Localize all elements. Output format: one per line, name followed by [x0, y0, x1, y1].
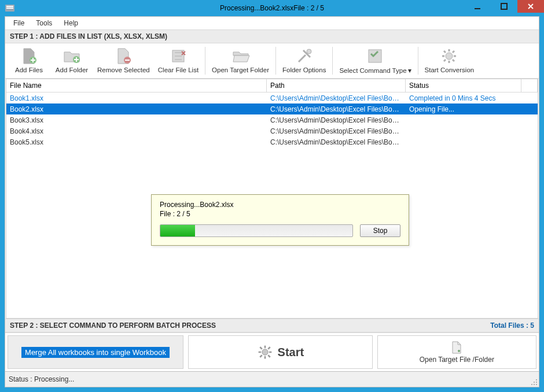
svg-rect-1	[6, 6, 13, 7]
open-target-file-folder-label: Open Target File /Folder	[420, 356, 494, 364]
table-row[interactable]: Book1.xlsxC:\Users\Admin\Desktop\Excel F…	[6, 93, 538, 103]
add-files-button[interactable]: Add Files	[8, 45, 50, 77]
file-name-cell: Book1.xlsx	[6, 94, 267, 103]
toolbar-separator	[332, 47, 333, 75]
svg-point-17	[534, 384, 535, 385]
step2-panel: Merge All workbooks into single Workbook…	[5, 332, 539, 371]
maximize-button[interactable]	[491, 0, 517, 13]
open-target-file-folder-button[interactable]: Open Target File /Folder	[377, 335, 536, 369]
file-name-cell: Book3.xlsx	[6, 116, 267, 125]
select-mode-button[interactable]: Merge All workbooks into single Workbook	[8, 335, 183, 369]
file-path-cell: C:\Users\Admin\Desktop\Excel Files\Book.…	[267, 105, 406, 114]
progress-dialog: Processing...Book2.xlsx File : 2 / 5 Sto…	[151, 194, 409, 246]
svg-point-9	[307, 49, 311, 54]
svg-rect-10	[369, 50, 381, 62]
file-list-header: File Name Path Status	[6, 79, 538, 93]
folder-options-button[interactable]: Folder Options	[278, 45, 330, 77]
command-type-icon	[366, 47, 384, 65]
tools-icon	[295, 47, 314, 65]
file-path-cell: C:\Users\Admin\Desktop\Excel Files\Book.…	[267, 138, 406, 147]
title-bar: Processing...Book2.xlsxFile : 2 / 5	[0, 0, 544, 16]
svg-point-13	[536, 379, 537, 380]
minimize-button[interactable]	[464, 0, 491, 13]
status-text: Status : Processing...	[9, 375, 74, 383]
remove-selected-button[interactable]: Remove Selected	[93, 45, 154, 77]
add-files-label: Add Files	[15, 66, 43, 73]
folder-options-label: Folder Options	[282, 66, 326, 73]
file-target-icon	[450, 341, 464, 354]
menu-file[interactable]: File	[8, 18, 30, 28]
stop-button[interactable]: Stop	[360, 224, 400, 237]
clear-list-label: Clear File List	[158, 66, 199, 73]
progress-bar	[160, 224, 353, 237]
table-row[interactable]: Book2.xlsxC:\Users\Admin\Desktop\Excel F…	[6, 103, 538, 114]
file-add-icon	[20, 47, 38, 65]
svg-point-16	[531, 384, 532, 385]
svg-point-14	[534, 382, 535, 383]
file-remove-icon	[114, 47, 133, 65]
select-command-type-button[interactable]: Select Command Type▾	[335, 45, 415, 77]
total-files-label: Total Files : 5	[490, 321, 534, 330]
file-status-cell	[406, 142, 521, 143]
step2-header: STEP 2 : SELECT COMMAND TO PERFORM BATCH…	[10, 321, 216, 330]
resize-gripper-icon[interactable]	[530, 378, 538, 386]
menu-bar: File Tools Help	[5, 17, 539, 29]
file-status-cell	[406, 131, 521, 132]
svg-rect-3	[475, 8, 480, 9]
close-button[interactable]	[517, 0, 544, 13]
clear-list-icon	[169, 47, 188, 65]
svg-point-12	[262, 349, 268, 356]
gear-icon	[440, 47, 458, 65]
gear-icon	[257, 344, 273, 360]
start-conversion-button[interactable]: Start Conversion	[421, 45, 479, 77]
svg-point-11	[446, 53, 453, 60]
progress-text: Processing...Book2.xlsx File : 2 / 5	[160, 201, 400, 219]
file-path-cell: C:\Users\Admin\Desktop\Excel Files\Book.…	[267, 116, 406, 125]
open-target-folder-button[interactable]: Open Target Folder	[208, 45, 273, 77]
remove-selected-label: Remove Selected	[97, 66, 150, 73]
window-controls	[464, 0, 544, 13]
toolbar-separator	[205, 47, 205, 75]
file-name-cell: Book5.xlsx	[6, 138, 267, 147]
start-label: Start	[278, 346, 304, 359]
chevron-down-icon: ▾	[408, 66, 411, 75]
folder-open-icon	[231, 47, 250, 65]
table-row[interactable]: Book4.xlsxC:\Users\Admin\Desktop\Excel F…	[6, 125, 538, 136]
open-target-folder-label: Open Target Folder	[212, 66, 269, 73]
file-status-cell: Completed in 0 Mins 4 Secs	[406, 94, 521, 103]
column-spacer	[521, 79, 538, 92]
start-conversion-label: Start Conversion	[425, 66, 475, 73]
app-icon	[5, 3, 15, 13]
file-name-cell: Book4.xlsx	[6, 127, 267, 136]
step1-header: STEP 1 : ADD FILES IN LIST (XLS, XLSX, X…	[5, 29, 539, 43]
folder-add-icon	[63, 47, 81, 65]
menu-tools[interactable]: Tools	[30, 18, 58, 28]
column-name-header[interactable]: File Name	[6, 79, 267, 92]
status-bar: Status : Processing...	[5, 371, 539, 387]
file-status-cell	[406, 120, 521, 121]
menu-help[interactable]: Help	[58, 18, 84, 28]
file-status-cell: Opening File...	[406, 105, 521, 114]
progress-line2: File : 2 / 5	[160, 210, 190, 218]
column-path-header[interactable]: Path	[267, 79, 406, 92]
start-button[interactable]: Start	[188, 335, 373, 369]
svg-rect-2	[6, 8, 13, 9]
svg-point-18	[536, 384, 537, 385]
client-area: File Tools Help STEP 1 : ADD FILES IN LI…	[5, 16, 539, 387]
toolbar-separator	[275, 47, 276, 75]
progress-bar-fill	[160, 225, 195, 236]
toolbar-separator	[418, 47, 418, 75]
step2-header-row: STEP 2 : SELECT COMMAND TO PERFORM BATCH…	[5, 319, 539, 332]
column-status-header[interactable]: Status	[406, 79, 521, 92]
file-path-cell: C:\Users\Admin\Desktop\Excel Files\Book.…	[267, 127, 406, 136]
toolbar: Add Files Add Folder Remove Selected Cle…	[5, 43, 539, 79]
clear-list-button[interactable]: Clear File List	[154, 45, 203, 77]
table-row[interactable]: Book5.xlsxC:\Users\Admin\Desktop\Excel F…	[6, 136, 538, 147]
select-command-type-label: Select Command Type▾	[339, 66, 411, 75]
window-title: Processing...Book2.xlsxFile : 2 / 5	[220, 4, 324, 12]
select-mode-label: Merge All workbooks into single Workbook	[21, 347, 170, 358]
table-row[interactable]: Book3.xlsxC:\Users\Admin\Desktop\Excel F…	[6, 114, 538, 125]
add-folder-button[interactable]: Add Folder	[50, 45, 93, 77]
app-window: Processing...Book2.xlsxFile : 2 / 5 File…	[0, 0, 544, 392]
progress-line1: Processing...Book2.xlsx	[160, 201, 233, 209]
